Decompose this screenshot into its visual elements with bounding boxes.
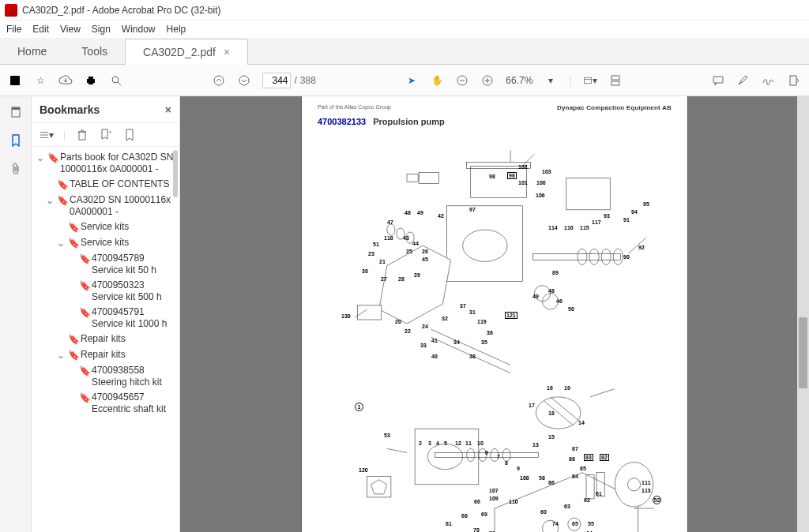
callout-100: 100 <box>536 180 546 185</box>
callout-85: 85 <box>580 466 586 471</box>
bookmark-repair-kits[interactable]: Repair kits <box>81 333 126 345</box>
callout-68: 68 <box>461 513 468 519</box>
callout-53: 53 <box>384 433 390 438</box>
callout-87: 87 <box>572 446 578 451</box>
callout-107: 107 <box>489 488 499 493</box>
bookmarks-title: Bookmarks <box>40 103 100 116</box>
callout-50: 50 <box>568 306 574 312</box>
bookmark-ca302d[interactable]: CA302D SN 10000116x 0A000001 - <box>70 194 178 218</box>
sign-icon[interactable] <box>762 73 776 88</box>
part-name: Propulsion pump <box>373 117 444 126</box>
callout-41: 41 <box>431 338 438 343</box>
callout-22: 22 <box>404 328 411 334</box>
find-bookmark-icon[interactable] <box>122 128 137 142</box>
close-panel-icon[interactable]: × <box>165 103 171 116</box>
callout-106: 106 <box>536 193 545 198</box>
delete-bookmark-icon[interactable] <box>75 128 89 142</box>
menu-sign[interactable]: Sign <box>92 24 111 35</box>
bookmark-service-kits-group[interactable]: Service kits <box>81 237 129 249</box>
callout-9: 9 <box>517 466 520 471</box>
page-corp: Dynapac Compaction Equipment AB <box>557 104 672 111</box>
title-bar: CA302D_2.pdf - Adobe Acrobat Pro DC (32-… <box>0 0 809 21</box>
zoom-in-icon[interactable] <box>480 73 495 88</box>
page-down-icon[interactable] <box>237 73 251 88</box>
bookmark-service-kits[interactable]: Service kits <box>81 221 129 233</box>
callout-21: 21 <box>379 259 386 264</box>
callout-1: 1 <box>355 403 363 411</box>
callout-49: 49 <box>417 210 423 215</box>
chevron-down-icon[interactable]: ▾ <box>544 73 558 88</box>
menu-view[interactable]: View <box>60 24 81 35</box>
zoom-value[interactable]: 66.7% <box>506 75 532 86</box>
svg-rect-4 <box>88 82 93 84</box>
menu-help[interactable]: Help <box>167 24 186 35</box>
highlight-icon[interactable] <box>736 73 751 88</box>
select-tool-icon[interactable]: ➤ <box>404 73 419 88</box>
page-indicator: / 388 <box>262 73 315 88</box>
callout-121: 121 <box>505 312 517 319</box>
bookmark-repair-kits-group[interactable]: Repair kits <box>81 349 126 361</box>
callout-12: 12 <box>455 440 461 446</box>
cloud-icon[interactable] <box>58 73 73 88</box>
toolbar: ☆ / 388 ➤ ✋ 66.7% ▾ | ▾ <box>0 65 809 96</box>
tab-document[interactable]: CA302D_2.pdf × <box>125 39 248 65</box>
more-tools-icon[interactable] <box>787 73 801 88</box>
bookmark-scrollbar[interactable] <box>173 150 178 529</box>
callout-113: 113 <box>642 488 651 493</box>
zoom-out-icon[interactable] <box>455 73 469 88</box>
bookmark-service-1000h[interactable]: 4700945791 Service kit 1000 h <box>92 306 178 330</box>
bookmark-options-icon[interactable]: ▾ <box>40 128 54 142</box>
hand-tool-icon[interactable]: ✋ <box>430 73 444 88</box>
callout-44: 44 <box>412 241 419 246</box>
bookmark-service-500h[interactable]: 4700950323 Service kit 500 h <box>92 279 178 303</box>
add-bookmark-icon[interactable]: + <box>99 128 113 142</box>
bookmark-toc[interactable]: TABLE OF CONTENTS <box>70 178 169 190</box>
search-icon[interactable] <box>109 73 123 88</box>
window-title: CA302D_2.pdf - Adobe Acrobat Pro DC (32-… <box>22 5 220 16</box>
bookmark-eccentric-shaft[interactable]: 4700945657 Eccentric shaft kit <box>92 392 178 415</box>
close-icon[interactable]: × <box>224 46 230 58</box>
document-scrollbar[interactable] <box>797 96 809 532</box>
callout-37: 37 <box>460 303 466 309</box>
tab-tools[interactable]: Tools <box>64 38 125 64</box>
exploded-diagram: 98 96 102 103 101 100 106 48 49 42 97 47… <box>311 134 678 532</box>
fit-width-icon[interactable]: ▾ <box>583 73 597 88</box>
callout-14: 14 <box>578 420 585 425</box>
callout-15: 15 <box>548 434 555 440</box>
callout-32: 32 <box>442 316 448 321</box>
callout-94: 94 <box>631 209 638 215</box>
callout-108: 108 <box>520 475 529 481</box>
thumbnails-icon[interactable] <box>8 104 24 120</box>
callout-28: 28 <box>398 276 404 282</box>
bookmark-service-50h[interactable]: 4700945789 Service kit 50 h <box>92 253 178 276</box>
attachments-icon[interactable] <box>8 161 24 177</box>
bookmarks-icon[interactable] <box>8 133 24 148</box>
scroll-mode-icon[interactable] <box>608 73 623 88</box>
tab-home[interactable]: Home <box>0 38 64 64</box>
star-icon[interactable]: ☆ <box>33 73 47 88</box>
menu-file[interactable]: File <box>6 24 21 35</box>
callout-88: 88 <box>569 456 575 462</box>
menu-window[interactable]: Window <box>122 24 156 35</box>
page-current-input[interactable] <box>262 73 291 88</box>
callout-95: 95 <box>643 201 649 207</box>
svg-rect-19 <box>790 76 796 85</box>
svg-rect-33 <box>419 172 438 183</box>
print-icon[interactable] <box>84 73 98 88</box>
tab-document-label: CA302D_2.pdf <box>143 46 216 58</box>
page-separator: / <box>294 75 296 86</box>
comment-icon[interactable] <box>711 73 725 88</box>
bookmark-root[interactable]: Parts book for CA302D SN 10000116x 0A000… <box>60 152 178 175</box>
callout-81: 81 <box>446 521 452 526</box>
menu-edit[interactable]: Edit <box>32 24 49 35</box>
document-area[interactable]: Part of the Atlas Copco Group Dynapac Co… <box>180 96 809 532</box>
callout-23: 23 <box>368 251 374 257</box>
callout-63: 63 <box>564 504 570 509</box>
bookmark-steering-hitch[interactable]: 4700938558 Steering hitch kit <box>92 365 178 388</box>
callout-25: 25 <box>406 249 412 254</box>
callout-70: 70 <box>473 527 480 532</box>
page-up-icon[interactable] <box>212 73 226 88</box>
save-icon[interactable] <box>8 73 22 88</box>
menu-bar: File Edit View Sign Window Help <box>0 21 809 38</box>
tab-tools-label: Tools <box>81 45 107 58</box>
